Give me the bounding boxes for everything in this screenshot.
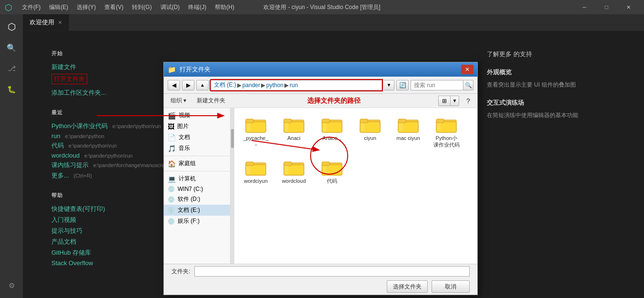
- close-button[interactable]: ✕: [617, 0, 639, 14]
- open-folder-link[interactable]: 打开文件夹: [51, 74, 87, 84]
- svg-rect-27: [246, 166, 250, 174]
- file-item-code[interactable]: 代码: [315, 156, 349, 187]
- sidebar-item-homegroup-label: 家庭组: [179, 159, 196, 168]
- folder-input[interactable]: [194, 266, 470, 277]
- menu-goto[interactable]: 转到(G): [128, 2, 155, 12]
- tab-close-button[interactable]: ×: [58, 19, 62, 26]
- search-icon[interactable]: 🔍: [463, 80, 473, 90]
- svg-rect-22: [436, 119, 444, 123]
- sidebar-item-drive-d[interactable]: 💿 软件 (D:): [164, 194, 230, 205]
- select-folder-button[interactable]: 选择文件夹: [387, 280, 428, 293]
- sidebar-item-videos[interactable]: 🎬 视频: [164, 110, 230, 121]
- activity-icon-search[interactable]: 🔍: [3, 39, 20, 56]
- videos-icon: 🎬: [168, 112, 176, 119]
- file-item-pycache[interactable]: _pycache_－: [239, 113, 272, 151]
- drive-f-icon: 💿: [168, 218, 175, 225]
- recent-path-0: e:\pander\python\run: [112, 123, 161, 129]
- file-name-ciyun: ciyun: [364, 135, 376, 141]
- folder-label: 文件夹:: [171, 268, 191, 276]
- view-button[interactable]: ⊞: [438, 96, 451, 106]
- dialog-close-button[interactable]: ✕: [461, 65, 473, 74]
- organize-button[interactable]: 组织 ▾: [168, 95, 189, 106]
- back-button[interactable]: ◀: [168, 80, 180, 90]
- up-button[interactable]: ▲: [196, 80, 209, 90]
- svg-rect-35: [322, 166, 326, 174]
- svg-rect-3: [246, 123, 250, 131]
- titlebar: ⬡ 文件(F) 编辑(E) 选择(Y) 查看(V) 转到(G) 调试(D) 终端…: [0, 0, 644, 14]
- sidebar-scrollbar[interactable]: [231, 108, 234, 264]
- activity-icon-extensions[interactable]: ⚙: [3, 277, 20, 294]
- breadcrumb-docs[interactable]: 文档 (E:): [214, 81, 236, 89]
- menu-terminal[interactable]: 终端(J): [184, 2, 210, 12]
- breadcrumb-pander[interactable]: pander: [242, 82, 260, 89]
- file-item-anaci[interactable]: Anaci: [277, 113, 311, 151]
- drive-e-icon: 💿: [168, 207, 175, 214]
- file-name-anaco: Anaco...: [322, 135, 342, 141]
- sidebar-item-pictures[interactable]: 🖼 图片: [164, 121, 230, 132]
- file-item-macciyun[interactable]: mac ciyun: [392, 113, 425, 151]
- file-dialog[interactable]: 📁 打开文件夹 ✕ ◀ ▶ ▲ 文档 (E:) ▶ pander ▶: [163, 62, 478, 295]
- file-item-python-homework[interactable]: Python小课作业代码: [430, 113, 463, 151]
- computer-icon: 💻: [168, 175, 176, 183]
- recent-name-0[interactable]: Python小课作业代码: [51, 122, 108, 129]
- breadcrumb-run[interactable]: run: [290, 82, 298, 89]
- file-name-wordciyun: wordciyun: [244, 178, 268, 184]
- file-item-ciyun[interactable]: ciyun: [353, 113, 387, 151]
- svg-rect-11: [322, 123, 326, 131]
- menu-help[interactable]: 帮助(H): [211, 2, 238, 12]
- sidebar-item-homegroup[interactable]: 🏠 家庭组: [164, 158, 230, 169]
- maximize-button[interactable]: □: [595, 0, 617, 14]
- breadcrumb-bar[interactable]: 文档 (E:) ▶ pander ▶ python ▶ run: [211, 80, 382, 90]
- documents-icon: 📄: [168, 134, 176, 141]
- sidebar-item-drive-c[interactable]: 💿 WIN7 (C:): [164, 184, 230, 194]
- activity-bar: ⬡ 🔍 ⎇ 🐛 ⚙: [0, 14, 23, 298]
- folder-icon-wordcloud: [283, 158, 305, 176]
- menu-select[interactable]: 选择(Y): [73, 2, 100, 12]
- tab-welcome-label: 欢迎使用: [30, 18, 54, 27]
- sidebar-item-computer[interactable]: 💻 计算机: [164, 173, 230, 184]
- more-link[interactable]: 更多...: [51, 172, 69, 179]
- sidebar-item-pictures-label: 图片: [177, 122, 189, 130]
- start-section-title: 开始: [51, 50, 449, 57]
- breadcrumb-dropdown[interactable]: ▼: [384, 80, 394, 90]
- search-bar: 🔍: [411, 80, 473, 90]
- new-folder-button[interactable]: 新建文件夹: [193, 95, 229, 106]
- search-input[interactable]: [411, 80, 463, 90]
- sidebar-item-drive-d-label: 软件 (D:): [178, 195, 200, 203]
- sidebar-item-documents[interactable]: 📄 文档: [164, 132, 230, 143]
- file-item-wordciyun[interactable]: wordciyun: [239, 156, 272, 187]
- breadcrumb-python[interactable]: python: [266, 82, 283, 89]
- svg-rect-19: [399, 123, 402, 131]
- activity-icon-git[interactable]: ⎇: [3, 60, 20, 77]
- right-customize-title: 外观概览: [487, 68, 634, 77]
- cancel-button[interactable]: 取消: [432, 280, 470, 293]
- dialog-footer: 文件夹: 选择文件夹 取消: [164, 264, 477, 295]
- right-interact-title: 交互式演练场: [487, 99, 634, 107]
- menu-debug[interactable]: 调试(D): [157, 2, 184, 12]
- view-dropdown[interactable]: ▼: [451, 96, 459, 106]
- menu-edit[interactable]: 编辑(E): [45, 2, 72, 12]
- activity-icon-explorer[interactable]: ⬡: [3, 18, 20, 35]
- button-row: 选择文件夹 取消: [171, 280, 470, 293]
- recent-name-3[interactable]: wordcloud: [51, 152, 80, 159]
- sidebar-item-drive-f[interactable]: 💿 娱乐 (F:): [164, 216, 230, 227]
- activity-icon-debug[interactable]: 🐛: [3, 81, 20, 98]
- file-item-anaco[interactable]: Anaco...: [315, 113, 349, 151]
- refresh-button[interactable]: 🔄: [396, 80, 409, 90]
- tab-welcome[interactable]: 欢迎使用 ×: [23, 14, 69, 30]
- minimize-button[interactable]: ─: [574, 0, 595, 14]
- folder-icon-pycache: [245, 115, 267, 133]
- sidebar-divider-2: [164, 171, 230, 171]
- recent-name-2[interactable]: 代码: [51, 142, 64, 149]
- file-item-wordcloud[interactable]: wordcloud: [277, 156, 311, 187]
- sidebar-item-drive-e[interactable]: 💿 文档 (E:): [164, 205, 230, 216]
- forward-button[interactable]: ▶: [182, 80, 194, 90]
- menu-view[interactable]: 查看(V): [101, 2, 127, 12]
- right-support-text: 了解更多 的支持: [487, 50, 634, 59]
- menu-file[interactable]: 文件(F): [18, 2, 44, 12]
- recent-name-1[interactable]: run: [51, 132, 60, 139]
- svg-rect-34: [322, 162, 330, 166]
- dialog-help-button[interactable]: ?: [463, 96, 473, 106]
- recent-name-4[interactable]: 课内练习提示: [51, 161, 89, 169]
- sidebar-item-music[interactable]: 🎵 音乐: [164, 143, 230, 154]
